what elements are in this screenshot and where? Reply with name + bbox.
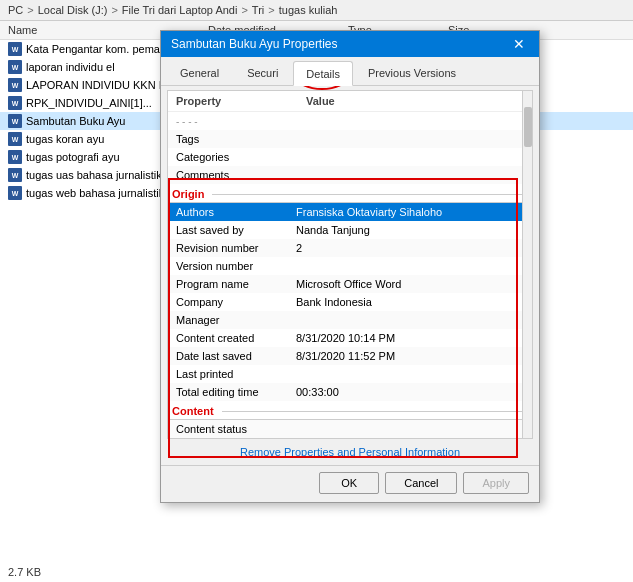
ok-button[interactable]: OK bbox=[319, 472, 379, 494]
apply-button[interactable]: Apply bbox=[463, 472, 529, 494]
word-icon: W bbox=[8, 132, 22, 146]
word-icon: W bbox=[8, 114, 22, 128]
dialog-titlebar: Sambutan Buku Ayu Properties ✕ bbox=[161, 31, 539, 57]
table-row[interactable]: Comments bbox=[168, 166, 532, 184]
remove-properties-link-row: Remove Properties and Personal Informati… bbox=[161, 439, 539, 465]
word-icon: W bbox=[8, 150, 22, 164]
table-row[interactable]: Last printed bbox=[168, 365, 532, 383]
table-row[interactable]: Program name Microsoft Office Word bbox=[168, 275, 532, 293]
table-row[interactable]: Tags bbox=[168, 130, 532, 148]
table-row[interactable]: Categories bbox=[168, 148, 532, 166]
dialog-buttons: OK Cancel Apply bbox=[161, 465, 539, 502]
table-row[interactable]: Total editing time 00:33:00 bbox=[168, 383, 532, 401]
word-icon: W bbox=[8, 42, 22, 56]
tab-previous-versions[interactable]: Previous Versions bbox=[355, 61, 469, 85]
breadcrumb-folder2[interactable]: Tri bbox=[252, 4, 264, 16]
table-row[interactable]: Authors Fransiska Oktaviarty Sihaloho bbox=[168, 203, 532, 221]
status-bar: 2.7 KB bbox=[0, 562, 200, 582]
breadcrumb-folder1[interactable]: File Tri dari Laptop Andi bbox=[122, 4, 238, 16]
scrollbar[interactable] bbox=[522, 91, 532, 439]
table-row[interactable]: Content created 8/31/2020 10:14 PM bbox=[168, 329, 532, 347]
table-row: - - - - bbox=[168, 112, 532, 130]
col-property-header: Property bbox=[176, 95, 306, 107]
word-icon: W bbox=[8, 78, 22, 92]
breadcrumb-disk[interactable]: Local Disk (J:) bbox=[38, 4, 108, 16]
word-icon: W bbox=[8, 168, 22, 182]
word-icon: W bbox=[8, 96, 22, 110]
word-icon: W bbox=[8, 60, 22, 74]
remove-properties-link[interactable]: Remove Properties and Personal Informati… bbox=[240, 446, 460, 458]
dialog-tabs: General Securi Details Previous Versions bbox=[161, 57, 539, 86]
cancel-button[interactable]: Cancel bbox=[385, 472, 457, 494]
col-value-header: Value bbox=[306, 95, 524, 107]
close-button[interactable]: ✕ bbox=[509, 37, 529, 51]
properties-dialog: Sambutan Buku Ayu Properties ✕ General S… bbox=[160, 30, 540, 503]
table-row[interactable]: Date last saved 8/31/2020 11:52 PM bbox=[168, 347, 532, 365]
props-column-header: Property Value bbox=[168, 91, 532, 112]
scrollbar-thumb[interactable] bbox=[524, 107, 532, 147]
breadcrumb-folder3[interactable]: tugas kuliah bbox=[279, 4, 338, 16]
section-content: Content bbox=[168, 401, 532, 420]
table-row[interactable]: Version number bbox=[168, 257, 532, 275]
table-row[interactable]: Manager bbox=[168, 311, 532, 329]
breadcrumb-pc[interactable]: PC bbox=[8, 4, 23, 16]
breadcrumb: PC > Local Disk (J:) > File Tri dari Lap… bbox=[0, 0, 633, 21]
dialog-title: Sambutan Buku Ayu Properties bbox=[171, 37, 338, 51]
table-row[interactable]: Company Bank Indonesia bbox=[168, 293, 532, 311]
tab-details[interactable]: Details bbox=[293, 61, 353, 86]
table-row[interactable]: Last saved by Nanda Tanjung bbox=[168, 221, 532, 239]
tab-general[interactable]: General bbox=[167, 61, 232, 85]
section-origin: Origin bbox=[168, 184, 532, 203]
table-row[interactable]: Revision number 2 bbox=[168, 239, 532, 257]
properties-table: - - - - Tags Categories Comments Origin … bbox=[168, 112, 532, 438]
table-row[interactable]: Content status bbox=[168, 420, 532, 438]
tab-security[interactable]: Securi bbox=[234, 61, 291, 85]
word-icon: W bbox=[8, 186, 22, 200]
